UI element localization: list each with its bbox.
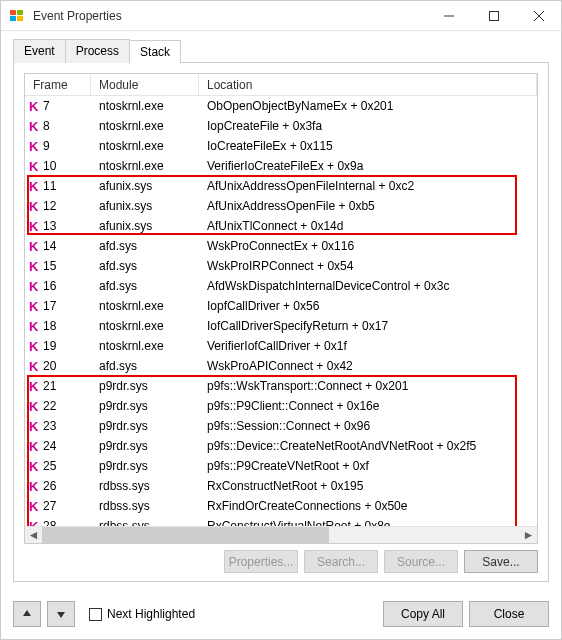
kernel-mode-icon: K (29, 499, 43, 514)
arrow-down-icon (56, 609, 66, 619)
close-dialog-button[interactable]: Close (469, 601, 549, 627)
minimize-button[interactable] (426, 1, 471, 30)
save-button[interactable]: Save... (464, 550, 538, 573)
table-row[interactable]: K 15afd.sysWskProIRPConnect + 0x54 (25, 256, 537, 276)
table-row[interactable]: K 7ntoskrnl.exeObOpenObjectByNameEx + 0x… (25, 96, 537, 116)
col-header-frame[interactable]: Frame (25, 74, 91, 95)
cell-frame: K 14 (25, 239, 91, 254)
table-row[interactable]: K 18ntoskrnl.exeIofCallDriverSpecifyRetu… (25, 316, 537, 336)
table-row[interactable]: K 20afd.sysWskProAPIConnect + 0x42 (25, 356, 537, 376)
cell-module: afd.sys (91, 359, 199, 373)
scroll-thumb[interactable] (42, 527, 329, 543)
kernel-mode-icon: K (29, 399, 43, 414)
frame-number: 14 (43, 239, 56, 253)
kernel-mode-icon: K (29, 299, 43, 314)
scroll-left-icon[interactable]: ◄ (25, 527, 42, 544)
cell-location: ObOpenObjectByNameEx + 0x201 (199, 99, 537, 113)
cell-location: p9fs::Device::CreateNetRootAndVNetRoot +… (199, 439, 537, 453)
cell-module: rdbss.sys (91, 479, 199, 493)
cell-location: p9fs::WskTransport::Connect + 0x201 (199, 379, 537, 393)
table-row[interactable]: K 23p9rdr.sysp9fs::Session::Connect + 0x… (25, 416, 537, 436)
kernel-mode-icon: K (29, 359, 43, 374)
table-row[interactable]: K 17ntoskrnl.exeIopfCallDriver + 0x56 (25, 296, 537, 316)
kernel-mode-icon: K (29, 379, 43, 394)
cell-location: VerifierIofCallDriver + 0x1f (199, 339, 537, 353)
table-row[interactable]: K 14afd.sysWskProConnectEx + 0x116 (25, 236, 537, 256)
cell-frame: K 17 (25, 299, 91, 314)
frame-number: 25 (43, 459, 56, 473)
next-event-button[interactable] (47, 601, 75, 627)
frame-number: 11 (43, 179, 56, 193)
kernel-mode-icon: K (29, 319, 43, 334)
table-row[interactable]: K 24p9rdr.sysp9fs::Device::CreateNetRoot… (25, 436, 537, 456)
cell-location: AfUnixTlConnect + 0x14d (199, 219, 537, 233)
svg-rect-0 (10, 10, 16, 15)
stack-tab-panel: Frame Module Location K 7ntoskrnl.exeObO… (13, 62, 549, 582)
properties-button[interactable]: Properties... (224, 550, 298, 573)
table-row[interactable]: K 25p9rdr.sysp9fs::P9CreateVNetRoot + 0x… (25, 456, 537, 476)
next-highlighted-checkbox[interactable]: Next Highlighted (89, 607, 195, 621)
kernel-mode-icon: K (29, 139, 43, 154)
cell-location: RxConstructNetRoot + 0x195 (199, 479, 537, 493)
titlebar[interactable]: Event Properties (1, 1, 561, 31)
footer: Next Highlighted Copy All Close (1, 591, 561, 639)
cell-frame: K 22 (25, 399, 91, 414)
table-row[interactable]: K 9ntoskrnl.exeIoCreateFileEx + 0x115 (25, 136, 537, 156)
tab-strip: Event Process Stack (13, 39, 549, 63)
cell-location: AfUnixAddressOpenFile + 0xb5 (199, 199, 537, 213)
table-row[interactable]: K 19ntoskrnl.exeVerifierIofCallDriver + … (25, 336, 537, 356)
table-row[interactable]: K 12afunix.sysAfUnixAddressOpenFile + 0x… (25, 196, 537, 216)
frame-number: 16 (43, 279, 56, 293)
list-header[interactable]: Frame Module Location (25, 74, 537, 96)
table-row[interactable]: K 8ntoskrnl.exeIopCreateFile + 0x3fa (25, 116, 537, 136)
kernel-mode-icon: K (29, 119, 43, 134)
arrow-up-icon (22, 609, 32, 619)
cell-module: afunix.sys (91, 199, 199, 213)
prev-event-button[interactable] (13, 601, 41, 627)
cell-frame: K 26 (25, 479, 91, 494)
table-row[interactable]: K 16afd.sysAfdWskDispatchInternalDeviceC… (25, 276, 537, 296)
copy-all-button[interactable]: Copy All (383, 601, 463, 627)
list-body[interactable]: K 7ntoskrnl.exeObOpenObjectByNameEx + 0x… (25, 96, 537, 526)
frame-number: 27 (43, 499, 56, 513)
close-button[interactable] (516, 1, 561, 30)
table-row[interactable]: K 26rdbss.sysRxConstructNetRoot + 0x195 (25, 476, 537, 496)
cell-location: AfdWskDispatchInternalDeviceControl + 0x… (199, 279, 537, 293)
horizontal-scrollbar[interactable]: ◄ ► (25, 526, 537, 543)
maximize-button[interactable] (471, 1, 516, 30)
scroll-right-icon[interactable]: ► (520, 527, 537, 544)
cell-frame: K 7 (25, 99, 91, 114)
table-row[interactable]: K 27rdbss.sysRxFindOrCreateConnections +… (25, 496, 537, 516)
table-row[interactable]: K 21p9rdr.sysp9fs::WskTransport::Connect… (25, 376, 537, 396)
frame-number: 26 (43, 479, 56, 493)
cell-location: p9fs::Session::Connect + 0x96 (199, 419, 537, 433)
tab-stack[interactable]: Stack (129, 40, 181, 64)
cell-location: IofCallDriverSpecifyReturn + 0x17 (199, 319, 537, 333)
search-button[interactable]: Search... (304, 550, 378, 573)
table-row[interactable]: K 10ntoskrnl.exeVerifierIoCreateFileEx +… (25, 156, 537, 176)
svg-rect-3 (17, 16, 23, 21)
panel-button-row: Properties... Search... Source... Save..… (24, 550, 538, 573)
table-row[interactable]: K 13afunix.sysAfUnixTlConnect + 0x14d (25, 216, 537, 236)
checkbox-icon[interactable] (89, 608, 102, 621)
kernel-mode-icon: K (29, 219, 43, 234)
tab-process[interactable]: Process (65, 39, 130, 63)
table-row[interactable]: K 11afunix.sysAfUnixAddressOpenFileInter… (25, 176, 537, 196)
scroll-track[interactable] (42, 527, 520, 543)
source-button[interactable]: Source... (384, 550, 458, 573)
cell-location: WskProConnectEx + 0x116 (199, 239, 537, 253)
kernel-mode-icon: K (29, 99, 43, 114)
frame-number: 18 (43, 319, 56, 333)
col-header-module[interactable]: Module (91, 74, 199, 95)
cell-frame: K 12 (25, 199, 91, 214)
col-header-location[interactable]: Location (199, 74, 537, 95)
cell-location: VerifierIoCreateFileEx + 0x9a (199, 159, 537, 173)
kernel-mode-icon: K (29, 459, 43, 474)
frame-number: 20 (43, 359, 56, 373)
stack-listview[interactable]: Frame Module Location K 7ntoskrnl.exeObO… (24, 73, 538, 544)
table-row[interactable]: K 22p9rdr.sysp9fs::P9Client::Connect + 0… (25, 396, 537, 416)
cell-module: ntoskrnl.exe (91, 159, 199, 173)
table-row[interactable]: K 28rdbss.sysRxConstructVirtualNetRoot +… (25, 516, 537, 526)
cell-module: rdbss.sys (91, 499, 199, 513)
tab-event[interactable]: Event (13, 39, 66, 63)
